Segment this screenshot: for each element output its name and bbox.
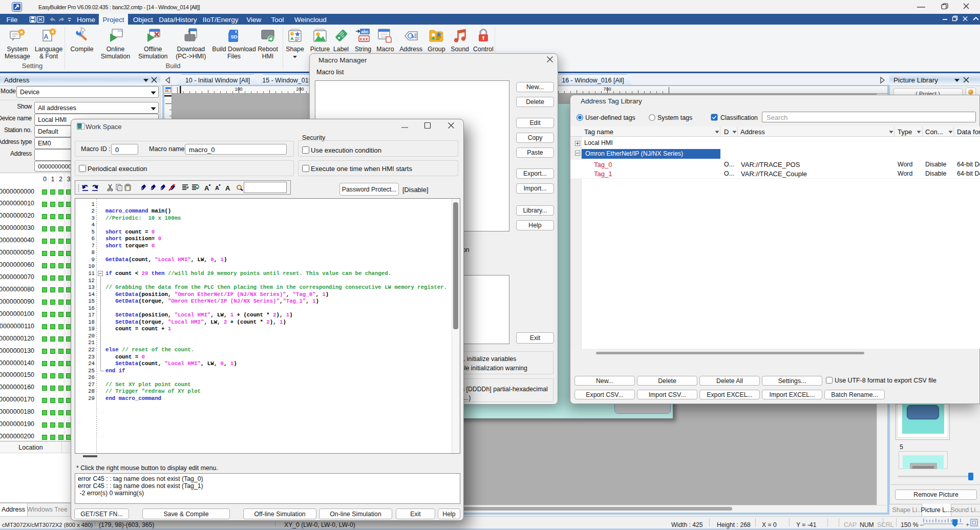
svg-text:abc: abc [361, 29, 369, 34]
svg-text:A: A [215, 185, 219, 191]
svg-text:xxx: xxx [359, 36, 368, 41]
svg-text:700: 700 [603, 87, 611, 92]
svg-text:A: A [44, 33, 49, 40]
svg-text:200: 200 [296, 87, 304, 92]
svg-text:A: A [225, 184, 230, 192]
svg-text:SD: SD [230, 34, 237, 39]
svg-text:A: A [204, 184, 209, 192]
svg-text:100: 100 [235, 87, 242, 92]
